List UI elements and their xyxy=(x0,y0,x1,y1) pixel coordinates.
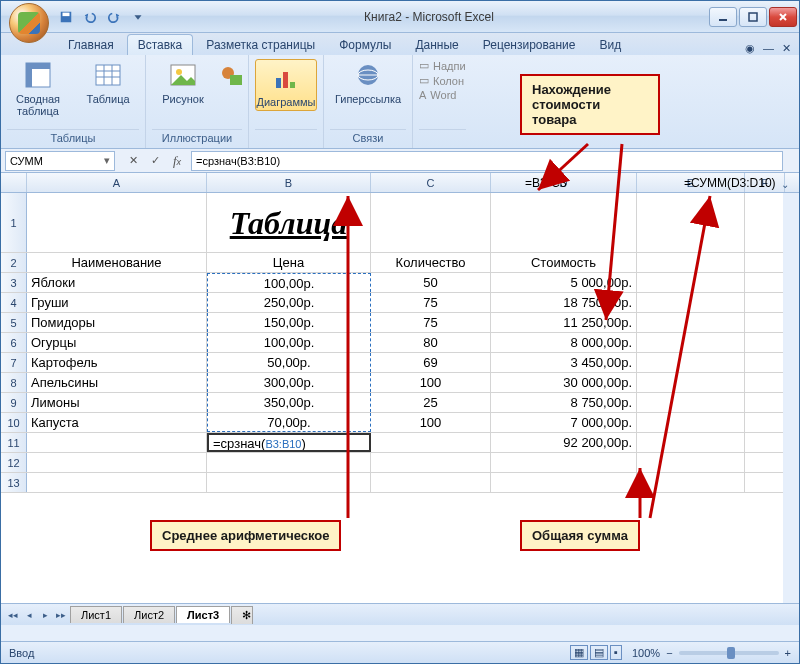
help-icon[interactable]: ◉ xyxy=(745,42,755,55)
col-B[interactable]: B xyxy=(207,173,371,192)
vertical-scrollbar[interactable] xyxy=(783,193,799,603)
cell-B6[interactable]: 100,00р. xyxy=(207,333,371,352)
formula-cancel[interactable]: ✕ xyxy=(123,152,143,170)
cell-A8[interactable]: Апельсины xyxy=(27,373,207,392)
tab-view[interactable]: Вид xyxy=(588,34,632,55)
cell-D10[interactable]: 7 000,00р. xyxy=(491,413,637,432)
rowh-6[interactable]: 6 xyxy=(1,333,27,352)
sheet-1[interactable]: Лист1 xyxy=(70,606,122,623)
view-normal-icon[interactable]: ▦ xyxy=(570,645,588,660)
header-name[interactable]: Наименование xyxy=(27,253,207,272)
zoom-out-icon[interactable]: − xyxy=(666,647,672,659)
col-C[interactable]: C xyxy=(371,173,491,192)
tab-data[interactable]: Данные xyxy=(404,34,469,55)
insert-function[interactable]: fx xyxy=(167,152,187,170)
col-A[interactable]: A xyxy=(27,173,207,192)
tab-home[interactable]: Главная xyxy=(57,34,125,55)
zoom-control[interactable]: 100% − + xyxy=(632,647,791,659)
view-break-icon[interactable]: ▪ xyxy=(610,645,622,660)
header-qty[interactable]: Количество xyxy=(371,253,491,272)
sheet-first[interactable]: ◂◂ xyxy=(5,607,21,623)
cell-A10[interactable]: Капуста xyxy=(27,413,207,432)
maximize-button[interactable] xyxy=(739,7,767,27)
rowh-8[interactable]: 8 xyxy=(1,373,27,392)
tab-review[interactable]: Рецензирование xyxy=(472,34,587,55)
cell-D6[interactable]: 8 000,00р. xyxy=(491,333,637,352)
sheet-2[interactable]: Лист2 xyxy=(123,606,175,623)
cell-B8[interactable]: 300,00р. xyxy=(207,373,371,392)
cell-A4[interactable]: Груши xyxy=(27,293,207,312)
header-mini[interactable]: ▭Колон xyxy=(419,74,466,87)
cell-A3[interactable]: Яблоки xyxy=(27,273,207,292)
rowh-7[interactable]: 7 xyxy=(1,353,27,372)
cell-D4[interactable]: 18 750,00р. xyxy=(491,293,637,312)
cell-B9[interactable]: 350,00р. xyxy=(207,393,371,412)
zoom-slider[interactable] xyxy=(679,651,779,655)
cell-C8[interactable]: 100 xyxy=(371,373,491,392)
formula-input[interactable]: =срзнач(B3:B10) xyxy=(191,151,783,171)
sheet-last[interactable]: ▸▸ xyxy=(53,607,69,623)
cell-D11[interactable]: 92 200,00р. xyxy=(491,433,637,452)
cell-B10[interactable]: 70,00р. xyxy=(207,413,371,432)
qat-save[interactable] xyxy=(55,6,77,28)
name-box-dropdown-icon[interactable]: ▾ xyxy=(104,154,110,167)
rowh-1[interactable]: 1 xyxy=(1,193,27,252)
formula-expand-icon[interactable]: ⌄ xyxy=(781,179,789,190)
cell-B3[interactable]: 100,00р. xyxy=(207,273,371,292)
cell-B7[interactable]: 50,00р. xyxy=(207,353,371,372)
cell-A9[interactable]: Лимоны xyxy=(27,393,207,412)
cell-C4[interactable]: 75 xyxy=(371,293,491,312)
rowh-9[interactable]: 9 xyxy=(1,393,27,412)
charts-button[interactable]: Диаграммы xyxy=(255,59,317,111)
wordart-mini[interactable]: AWord xyxy=(419,89,466,101)
cell-B4[interactable]: 250,00р. xyxy=(207,293,371,312)
cell-D5[interactable]: 11 250,00р. xyxy=(491,313,637,332)
cell-title[interactable]: Таблица xyxy=(207,193,371,252)
tab-pagelayout[interactable]: Разметка страницы xyxy=(195,34,326,55)
hyperlink-button[interactable]: Гиперссылка xyxy=(330,59,406,105)
table-button[interactable]: Таблица xyxy=(77,59,139,105)
picture-button[interactable]: Рисунок xyxy=(152,59,214,105)
minimize-button[interactable] xyxy=(709,7,737,27)
close-button[interactable] xyxy=(769,7,797,27)
qat-redo[interactable] xyxy=(103,6,125,28)
rowh-3[interactable]: 3 xyxy=(1,273,27,292)
cell-C3[interactable]: 50 xyxy=(371,273,491,292)
horizontal-scrollbar[interactable] xyxy=(1,625,799,641)
cell-D9[interactable]: 8 750,00р. xyxy=(491,393,637,412)
zoom-in-icon[interactable]: + xyxy=(785,647,791,659)
office-button[interactable] xyxy=(9,3,49,43)
header-cost[interactable]: Стоимость xyxy=(491,253,637,272)
cell-C10[interactable]: 100 xyxy=(371,413,491,432)
rowh-11[interactable]: 11 xyxy=(1,433,27,452)
formula-accept[interactable]: ✓ xyxy=(145,152,165,170)
cell-D3[interactable]: 5 000,00р. xyxy=(491,273,637,292)
pivot-table-button[interactable]: Сводная таблица xyxy=(7,59,69,117)
sheet-3[interactable]: Лист3 xyxy=(176,606,230,623)
spreadsheet-grid[interactable]: 1 Таблица 2 Наименование Цена Количество… xyxy=(1,193,799,603)
cell-B11[interactable]: =срзнач(B3:B10) xyxy=(207,433,371,452)
tab-insert[interactable]: Вставка xyxy=(127,34,194,55)
qat-dropdown[interactable] xyxy=(127,6,149,28)
select-all-corner[interactable] xyxy=(1,173,27,192)
rowh-10[interactable]: 10 xyxy=(1,413,27,432)
sheet-prev[interactable]: ◂ xyxy=(21,607,37,623)
cell-C9[interactable]: 25 xyxy=(371,393,491,412)
cell-D7[interactable]: 3 450,00р. xyxy=(491,353,637,372)
view-layout-icon[interactable]: ▤ xyxy=(590,645,608,660)
doc-close-icon[interactable]: ✕ xyxy=(782,42,791,55)
name-box[interactable]: СУММ ▾ xyxy=(5,151,115,171)
qat-undo[interactable] xyxy=(79,6,101,28)
cell-C6[interactable]: 80 xyxy=(371,333,491,352)
cell-D8[interactable]: 30 000,00р. xyxy=(491,373,637,392)
rowh-4[interactable]: 4 xyxy=(1,293,27,312)
rowh-5[interactable]: 5 xyxy=(1,313,27,332)
clip-art-button[interactable] xyxy=(222,59,242,91)
cell-C5[interactable]: 75 xyxy=(371,313,491,332)
cell-C7[interactable]: 69 xyxy=(371,353,491,372)
rowh-2[interactable]: 2 xyxy=(1,253,27,272)
cell-A5[interactable]: Помидоры xyxy=(27,313,207,332)
textbox-mini[interactable]: ▭Надпи xyxy=(419,59,466,72)
new-sheet-button[interactable]: ✻ xyxy=(231,606,253,624)
sheet-next[interactable]: ▸ xyxy=(37,607,53,623)
